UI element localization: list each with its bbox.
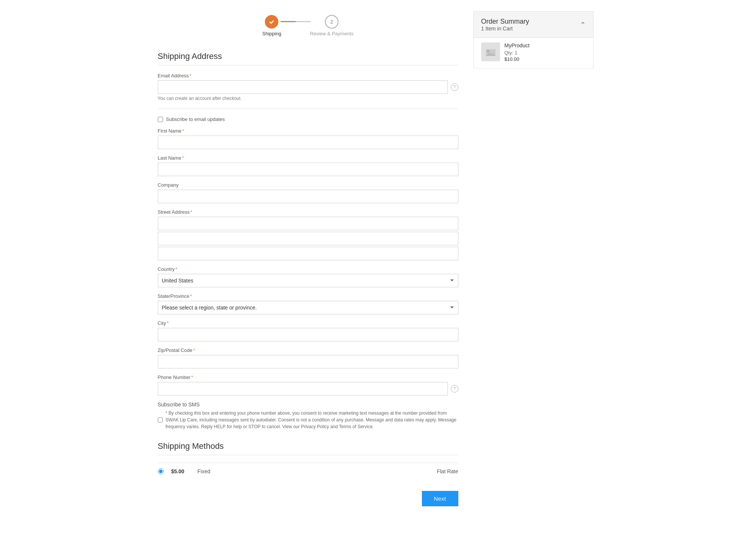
svg-point-1 <box>487 50 489 52</box>
shipping-price: $5.00 <box>171 468 190 474</box>
email-label: Email Address* <box>158 73 458 78</box>
order-summary: Order Summary 1 Item in Cart ⌃ MyP <box>473 11 594 68</box>
shipping-address-section: Shipping Address Email Address* ? You ca… <box>158 51 458 430</box>
order-summary-count: 1 Item in Cart <box>481 26 529 32</box>
product-info: MyProduct Qty: 1 $10.00 <box>505 42 530 62</box>
phone-input[interactable] <box>158 382 448 395</box>
order-summary-body: MyProduct Qty: 1 $10.00 <box>474 38 593 68</box>
first-name-input[interactable] <box>158 136 458 149</box>
last-name-label: Last Name* <box>158 155 458 161</box>
step-shipping-circle <box>265 15 278 29</box>
shipping-methods-divider <box>158 455 458 455</box>
step-shipping: Shipping <box>262 15 281 36</box>
shipping-carrier: Flat Rate <box>437 468 458 474</box>
city-label: City* <box>158 320 458 326</box>
street-address-group: Street Address* <box>158 209 458 260</box>
product-thumbnail <box>481 42 500 61</box>
city-group: City* <box>158 320 458 341</box>
state-group: State/Province* Please select a region, … <box>158 293 458 314</box>
street-address-line1[interactable] <box>158 217 458 230</box>
shipping-method-name: Fixed <box>198 468 429 474</box>
street-address-line2[interactable] <box>158 232 458 245</box>
sms-disclaimer: * By checking this box and entering your… <box>166 410 458 430</box>
shipping-methods-title: Shipping Methods <box>158 441 458 451</box>
progress-steps: Shipping 2 Review & Payments <box>158 11 458 36</box>
step-review: 2 Review & Payments <box>310 15 354 36</box>
section-divider <box>158 65 458 65</box>
sidebar: Order Summary 1 Item in Cart ⌃ MyP <box>473 11 594 68</box>
company-label: Company <box>158 182 458 188</box>
order-summary-title: Order Summary <box>481 18 529 26</box>
product-price: $10.00 <box>505 56 530 62</box>
last-name-group: Last Name* <box>158 155 458 176</box>
sms-section: Subscribe to SMS * By checking this box … <box>158 402 458 430</box>
email-row: ? <box>158 80 458 94</box>
shipping-method-radio[interactable] <box>158 468 164 474</box>
first-name-group: First Name* <box>158 128 458 149</box>
zip-label: Zip/Postal Code* <box>158 347 458 353</box>
sms-title: Subscribe to SMS <box>158 402 458 408</box>
product-name: MyProduct <box>505 42 530 48</box>
company-input[interactable] <box>158 190 458 203</box>
zip-group: Zip/Postal Code* <box>158 347 458 368</box>
step-review-label: Review & Payments <box>310 31 354 36</box>
first-name-label: First Name* <box>158 128 458 134</box>
form-divider-1 <box>158 109 458 109</box>
sms-checkbox-row: * By checking this box and entering your… <box>158 410 458 430</box>
company-group: Company <box>158 182 458 203</box>
state-select[interactable]: Please select a region, state or provinc… <box>158 301 458 314</box>
step-connector <box>281 21 311 22</box>
collapse-icon: ⌃ <box>580 21 586 28</box>
email-required: * <box>190 73 192 78</box>
email-help-icon[interactable]: ? <box>451 83 458 91</box>
email-group: Email Address* ? You can create an accou… <box>158 73 458 101</box>
product-image-placeholder <box>485 46 496 57</box>
country-select[interactable]: United States Canada United Kingdom Aust… <box>158 274 458 287</box>
country-group: Country* United States Canada United Kin… <box>158 266 458 287</box>
main-content: Shipping 2 Review & Payments Shipping Ad… <box>158 11 458 506</box>
shipping-methods-section: Shipping Methods $5.00 Fixed Flat Rate <box>158 441 458 480</box>
street-address-label: Street Address* <box>158 209 458 215</box>
country-label: Country* <box>158 266 458 272</box>
shipping-method-row: $5.00 Fixed Flat Rate <box>158 463 458 480</box>
street-address-inputs <box>158 217 458 260</box>
street-address-line3[interactable] <box>158 247 458 260</box>
shipping-address-title: Shipping Address <box>158 51 458 61</box>
button-row: Next <box>158 491 458 506</box>
checkmark-icon <box>269 19 275 25</box>
last-name-input[interactable] <box>158 163 458 176</box>
order-summary-left: Order Summary 1 Item in Cart <box>481 18 529 32</box>
city-input[interactable] <box>158 328 458 341</box>
state-label: State/Province* <box>158 293 458 299</box>
next-button[interactable]: Next <box>422 491 458 506</box>
subscribe-email-checkbox[interactable] <box>158 117 163 122</box>
subscribe-email-row: Subscribe to email updates <box>158 116 458 122</box>
phone-group: Phone Number* ? <box>158 374 458 395</box>
sms-checkbox[interactable] <box>158 417 163 423</box>
step-review-circle: 2 <box>325 15 338 29</box>
zip-input[interactable] <box>158 355 458 368</box>
step-shipping-label: Shipping <box>262 31 281 36</box>
subscribe-email-label: Subscribe to email updates <box>166 116 225 122</box>
order-summary-header[interactable]: Order Summary 1 Item in Cart ⌃ <box>474 12 593 38</box>
phone-label: Phone Number* <box>158 374 458 380</box>
email-hint: You can create an account after checkout… <box>158 96 458 101</box>
phone-row: ? <box>158 382 458 395</box>
product-item: MyProduct Qty: 1 $10.00 <box>481 42 586 62</box>
email-input[interactable] <box>158 80 448 94</box>
phone-help-icon[interactable]: ? <box>451 385 458 392</box>
product-qty: Qty: 1 <box>505 50 530 56</box>
